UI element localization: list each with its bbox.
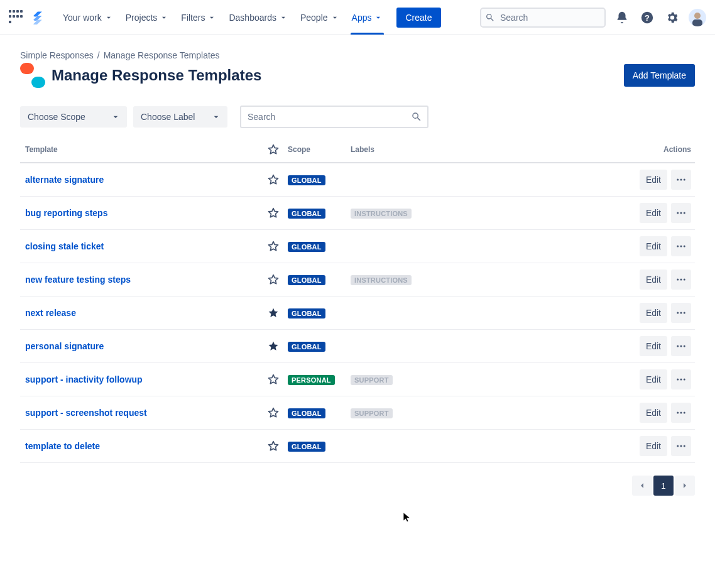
star-icon[interactable] xyxy=(267,273,280,286)
table-row: support - inactivity followupPERSONALSUP… xyxy=(20,363,695,396)
col-template: Template xyxy=(20,145,259,154)
add-template-button[interactable]: Add Template xyxy=(624,64,695,87)
nav-item-apps[interactable]: Apps xyxy=(346,0,390,35)
filter-search[interactable] xyxy=(240,106,428,128)
col-labels: Labels xyxy=(351,145,632,154)
scope-badge: GLOBAL xyxy=(288,175,325,185)
search-icon xyxy=(485,13,495,23)
star-icon[interactable] xyxy=(267,173,280,186)
table-row: new feature testing stepsGLOBALINSTRUCTI… xyxy=(20,263,695,297)
scope-badge: GLOBAL xyxy=(288,408,325,418)
star-icon[interactable] xyxy=(267,406,280,419)
label-badge: SUPPORT xyxy=(351,408,393,418)
nav-item-people[interactable]: People xyxy=(294,0,346,35)
avatar[interactable] xyxy=(689,9,706,26)
template-link[interactable]: support - inactivity followup xyxy=(25,374,143,384)
edit-button[interactable]: Edit xyxy=(640,170,667,190)
scope-badge: GLOBAL xyxy=(288,209,325,219)
col-scope: Scope xyxy=(288,145,351,154)
template-link[interactable]: support - screenshot request xyxy=(25,408,147,418)
template-link[interactable]: closing stale ticket xyxy=(25,241,104,251)
scope-badge: GLOBAL xyxy=(288,275,325,285)
star-icon[interactable] xyxy=(267,207,280,219)
scope-badge: PERSONAL xyxy=(288,375,335,385)
edit-button[interactable]: Edit xyxy=(640,436,667,456)
label-badge: SUPPORT xyxy=(351,375,393,385)
edit-button[interactable]: Edit xyxy=(640,336,667,356)
label-dropdown[interactable]: Choose Label xyxy=(133,106,227,128)
label-badge: INSTRUCTIONS xyxy=(351,275,412,285)
nav-item-label: Your work xyxy=(63,13,102,23)
col-star[interactable] xyxy=(259,143,288,156)
scope-dropdown[interactable]: Choose Scope xyxy=(20,106,127,128)
template-link[interactable]: next release xyxy=(25,308,76,318)
nav-item-filters[interactable]: Filters xyxy=(175,0,222,35)
template-link[interactable]: template to delete xyxy=(25,441,100,451)
nav-item-label: Dashboards xyxy=(229,13,276,23)
chevron-down-icon xyxy=(279,13,288,22)
nav-item-label: Projects xyxy=(126,13,158,23)
svg-point-6 xyxy=(694,13,701,19)
nav-item-label: People xyxy=(300,13,328,23)
help-icon[interactable] xyxy=(638,9,656,26)
search-icon xyxy=(411,111,422,122)
template-link[interactable]: alternate signature xyxy=(25,175,104,185)
more-actions-button[interactable] xyxy=(671,203,691,223)
global-search[interactable] xyxy=(480,8,606,28)
scope-badge: GLOBAL xyxy=(288,442,325,452)
template-link[interactable]: personal signature xyxy=(25,341,104,351)
star-icon[interactable] xyxy=(267,440,280,452)
jira-logo-icon[interactable] xyxy=(30,10,45,25)
template-link[interactable]: new feature testing steps xyxy=(25,275,131,285)
nav-item-label: Filters xyxy=(181,13,205,23)
star-icon[interactable] xyxy=(267,340,280,352)
edit-button[interactable]: Edit xyxy=(640,403,667,423)
more-actions-button[interactable] xyxy=(671,436,691,456)
edit-button[interactable]: Edit xyxy=(640,270,667,290)
table-row: bug reporting stepsGLOBALINSTRUCTIONSEdi… xyxy=(20,197,695,230)
breadcrumb-link[interactable]: Manage Response Templates xyxy=(104,50,220,60)
more-actions-button[interactable] xyxy=(671,403,691,423)
scope-badge: GLOBAL xyxy=(288,342,325,352)
create-button[interactable]: Create xyxy=(396,8,440,28)
notifications-icon[interactable] xyxy=(613,9,631,26)
nav-item-label: Apps xyxy=(352,13,372,23)
label-badge: INSTRUCTIONS xyxy=(351,209,412,219)
more-actions-button[interactable] xyxy=(671,336,691,356)
edit-button[interactable]: Edit xyxy=(640,303,667,323)
page-prev-button[interactable] xyxy=(632,476,652,496)
svg-rect-7 xyxy=(692,19,702,26)
chevron-down-icon xyxy=(330,13,339,22)
chevron-down-icon xyxy=(104,13,113,22)
chevron-down-icon xyxy=(374,13,383,22)
page-number-button[interactable]: 1 xyxy=(653,476,674,496)
page-next-button[interactable] xyxy=(675,476,695,496)
nav-item-your-work[interactable]: Your work xyxy=(57,0,119,35)
more-actions-button[interactable] xyxy=(671,170,691,190)
star-icon[interactable] xyxy=(267,307,280,319)
edit-button[interactable]: Edit xyxy=(640,236,667,256)
breadcrumb-link[interactable]: Simple Responses xyxy=(20,50,94,60)
nav-item-dashboards[interactable]: Dashboards xyxy=(222,0,294,35)
pagination: 1 xyxy=(20,476,695,496)
edit-button[interactable]: Edit xyxy=(640,203,667,223)
scope-dropdown-label: Choose Scope xyxy=(28,112,85,122)
settings-icon[interactable] xyxy=(663,9,681,26)
table-row: personal signatureGLOBALEdit xyxy=(20,330,695,363)
more-actions-button[interactable] xyxy=(671,303,691,323)
template-link[interactable]: bug reporting steps xyxy=(25,208,107,218)
star-icon[interactable] xyxy=(267,373,280,386)
page-header: Manage Response Templates Add Template xyxy=(20,63,695,88)
global-search-input[interactable] xyxy=(480,8,606,28)
more-actions-button[interactable] xyxy=(671,236,691,256)
more-actions-button[interactable] xyxy=(671,270,691,290)
table-row: closing stale ticketGLOBALEdit xyxy=(20,230,695,263)
nav-item-projects[interactable]: Projects xyxy=(119,0,175,35)
star-icon[interactable] xyxy=(267,240,280,253)
edit-button[interactable]: Edit xyxy=(640,369,667,389)
more-actions-button[interactable] xyxy=(671,369,691,389)
app-switcher-icon[interactable] xyxy=(9,10,24,25)
filter-search-input[interactable] xyxy=(240,106,428,128)
label-dropdown-label: Choose Label xyxy=(141,112,195,122)
scope-badge: GLOBAL xyxy=(288,242,325,252)
